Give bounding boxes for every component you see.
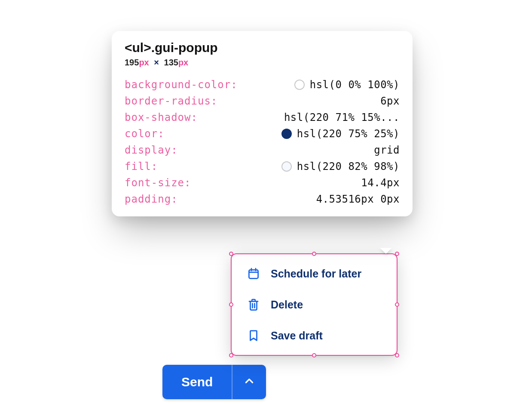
devtools-style-value: 4.53516px 0px bbox=[316, 193, 400, 205]
color-swatch-icon bbox=[294, 80, 305, 90]
devtools-style-row: font-size14.4px bbox=[125, 177, 400, 189]
selection-handle bbox=[395, 353, 399, 357]
color-swatch-icon bbox=[281, 129, 292, 139]
devtools-style-prop: display bbox=[125, 144, 178, 156]
chevron-up-icon bbox=[244, 376, 255, 388]
menu-item-save-draft[interactable]: Save draft bbox=[231, 320, 397, 351]
devtools-style-prop: border-radius bbox=[125, 95, 217, 107]
devtools-selector-tag: <ul> bbox=[125, 40, 151, 55]
color-swatch-icon bbox=[281, 161, 292, 172]
menu-item-delete[interactable]: Delete bbox=[231, 289, 397, 320]
devtools-style-list: background-colorhsl(0 0% 100%)border-rad… bbox=[125, 79, 400, 205]
devtools-width-unit: px bbox=[139, 58, 149, 67]
devtools-width-num: 195 bbox=[125, 58, 139, 67]
send-split-button: Send bbox=[162, 365, 266, 399]
devtools-style-row: fillhsl(220 82% 98%) bbox=[125, 160, 400, 173]
send-dropdown-toggle[interactable] bbox=[232, 365, 266, 399]
devtools-tooltip-arrow bbox=[380, 248, 392, 254]
devtools-style-row: border-radius6px bbox=[125, 95, 400, 107]
devtools-style-row: displaygrid bbox=[125, 144, 400, 156]
bookmark-icon bbox=[247, 329, 260, 342]
calendar-icon bbox=[247, 267, 260, 280]
send-button-label: Send bbox=[181, 375, 213, 389]
devtools-selector-class: .gui-popup bbox=[151, 40, 218, 55]
devtools-style-value: grid bbox=[374, 144, 400, 156]
devtools-style-prop: background-color bbox=[125, 79, 238, 91]
devtools-style-value: hsl(220 71% 15%... bbox=[284, 111, 400, 123]
menu-item-schedule[interactable]: Schedule for later bbox=[231, 258, 397, 289]
devtools-style-value: 6px bbox=[380, 95, 400, 107]
devtools-dimensions: 195px × 135px bbox=[125, 58, 400, 68]
devtools-style-prop: font-size bbox=[125, 177, 191, 189]
devtools-style-prop: fill bbox=[125, 160, 158, 173]
devtools-tooltip: <ul>.gui-popup 195px × 135px background-… bbox=[112, 31, 413, 216]
menu-item-label: Save draft bbox=[271, 330, 323, 342]
devtools-dim-sep: × bbox=[151, 58, 162, 67]
devtools-style-row: colorhsl(220 75% 25%) bbox=[125, 128, 400, 140]
devtools-style-prop: color bbox=[125, 128, 165, 140]
devtools-style-value: hsl(220 82% 98%) bbox=[281, 160, 400, 173]
devtools-style-value: 14.4px bbox=[361, 177, 400, 189]
devtools-style-prop: box-shadow bbox=[125, 111, 198, 123]
stage: Send Schedule for later Delete Save draf bbox=[0, 0, 532, 419]
send-button[interactable]: Send bbox=[162, 365, 232, 399]
devtools-selector: <ul>.gui-popup bbox=[125, 40, 400, 55]
devtools-style-row: padding4.53516px 0px bbox=[125, 193, 400, 205]
devtools-style-value: hsl(220 75% 25%) bbox=[281, 128, 400, 140]
trash-icon bbox=[247, 298, 260, 311]
gui-popup: Schedule for later Delete Save draft bbox=[231, 254, 397, 355]
svg-rect-0 bbox=[249, 270, 258, 278]
devtools-style-row: background-colorhsl(0 0% 100%) bbox=[125, 79, 400, 91]
devtools-style-value: hsl(0 0% 100%) bbox=[294, 79, 400, 91]
menu-item-label: Delete bbox=[271, 299, 303, 311]
devtools-height-num: 135 bbox=[164, 58, 178, 67]
devtools-style-prop: padding bbox=[125, 193, 178, 205]
menu-item-label: Schedule for later bbox=[271, 268, 361, 280]
devtools-style-row: box-shadowhsl(220 71% 15%... bbox=[125, 111, 400, 123]
devtools-height-unit: px bbox=[178, 58, 188, 67]
